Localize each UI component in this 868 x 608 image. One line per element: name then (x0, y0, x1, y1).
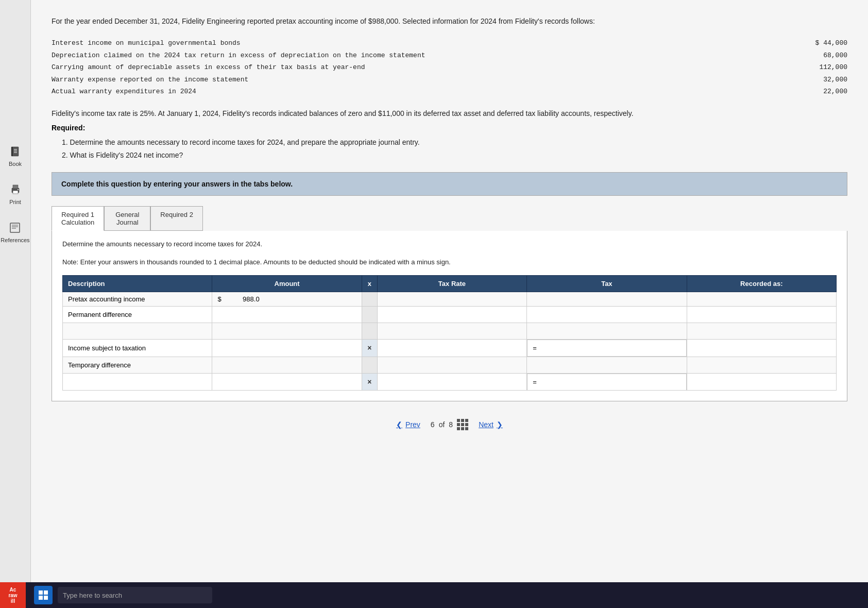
table-row (63, 323, 837, 339)
row2-taxrate (377, 306, 526, 323)
svg-rect-6 (13, 185, 18, 189)
svg-rect-16 (44, 596, 48, 600)
row4-recorded[interactable] (687, 339, 836, 357)
data-value-1: 68,000 (796, 49, 847, 61)
tab-req1calc[interactable]: Required 1 Calculation (52, 206, 104, 231)
row6-eq-sign: = (533, 378, 537, 386)
sidebar-item-print[interactable]: Print (8, 182, 23, 205)
svg-rect-7 (13, 191, 18, 194)
sidebar-references-label: References (1, 237, 29, 243)
row2-description: Permanent difference (63, 306, 212, 323)
row6-taxrate-input[interactable] (383, 377, 521, 386)
table-row: Income subject to taxation × = (63, 339, 837, 357)
row6-recorded[interactable] (687, 373, 836, 391)
mc-text-raw: raw (8, 593, 17, 598)
row6-amount[interactable] (212, 373, 362, 391)
next-arrow-icon: ❯ (497, 420, 503, 429)
row6-eq-tax: = (527, 374, 686, 391)
row5-taxrate (377, 357, 526, 373)
row1-description: Pretax accounting income (63, 292, 212, 306)
row2-amount[interactable] (212, 306, 362, 323)
row1-amount-value: 988.0 (224, 295, 260, 303)
row1-recorded (687, 292, 836, 306)
main-content: For the year ended December 31, 2024, Fi… (31, 0, 868, 608)
row6-desc-input[interactable] (68, 377, 207, 386)
row1-dollar-sign: $ (217, 295, 221, 303)
data-item-0: Interest income on municipal governmenta… (52, 37, 426, 49)
page-total: 8 (449, 420, 453, 429)
data-value-2: 112,000 (796, 61, 847, 73)
tab-general-journal[interactable]: General Journal (104, 206, 150, 231)
instruction-box: Complete this question by entering your … (52, 172, 847, 196)
row4-amount-input[interactable] (217, 343, 356, 353)
row3-recorded (687, 323, 836, 339)
instruction-text: Complete this question by entering your … (61, 180, 293, 188)
row3-tax (527, 323, 687, 339)
row5-description: Temporary difference (63, 357, 212, 373)
col-header-recorded: Recorded as: (687, 275, 836, 292)
svg-rect-13 (39, 590, 43, 595)
tab-genjournal-line1: General (114, 211, 141, 218)
row6-recorded-input[interactable] (692, 377, 831, 386)
row6-description (63, 373, 212, 391)
row3-taxrate (377, 323, 526, 339)
row1-taxrate (377, 292, 526, 306)
data-item-1: Depreciation claimed on the 2024 tax ret… (52, 49, 426, 61)
row2-recorded (687, 306, 836, 323)
required-heading: Required: (52, 124, 847, 132)
row3-amount-input[interactable] (217, 326, 356, 336)
data-item-3: Warranty expense reported on the income … (52, 74, 426, 86)
col-header-x: x (362, 275, 377, 292)
svg-point-8 (18, 189, 19, 190)
grid-icon[interactable] (457, 419, 468, 430)
col-header-tax: Tax (527, 275, 687, 292)
problem-intro: For the year ended December 31, 2024, Fi… (52, 15, 847, 27)
prev-button[interactable]: ❮ Prev (396, 420, 420, 429)
sidebar: Book Print References (0, 0, 31, 608)
data-item-4: Actual warranty expenditures in 2024 (52, 86, 426, 97)
page-separator: of (439, 420, 445, 429)
sidebar-item-book[interactable]: Book (8, 144, 23, 167)
row6-tax-input[interactable] (539, 377, 681, 387)
sidebar-item-references[interactable]: References (1, 221, 29, 243)
svg-rect-15 (39, 596, 43, 600)
prev-label: Prev (405, 420, 420, 429)
sidebar-print-label: Print (9, 199, 21, 205)
row4-taxrate-input[interactable] (383, 343, 521, 353)
row5-amount[interactable] (212, 357, 362, 373)
tab-panel: Determine the amounts necessary to recor… (52, 231, 847, 401)
table-row: Permanent difference (63, 306, 837, 323)
next-button[interactable]: Next ❯ (479, 420, 503, 429)
data-value-4: 22,000 (796, 86, 847, 97)
row4-recorded-input[interactable] (692, 343, 831, 353)
page-current: 6 (431, 420, 435, 429)
taskbar-search[interactable]: Type here to search (58, 587, 212, 603)
tax-info: Fidelity's income tax rate is 25%. At Ja… (52, 108, 847, 119)
row2-amount-input[interactable] (217, 310, 356, 319)
row5-recorded (687, 357, 836, 373)
row6-taxrate[interactable] (377, 373, 526, 391)
required-item-1: 1. Determine the amounts necessary to re… (62, 136, 847, 149)
row5-amount-input[interactable] (217, 360, 356, 370)
mc-logo: Ac raw ill (0, 582, 26, 608)
row4-tax-input[interactable] (539, 343, 681, 353)
taskbar-windows-icon[interactable] (34, 586, 53, 604)
mc-text-ill: ill (11, 598, 15, 604)
row1-op-x (362, 292, 377, 306)
col-header-amount: Amount (212, 275, 362, 292)
svg-rect-9 (10, 223, 20, 232)
row3-amount[interactable] (212, 323, 362, 339)
data-value-3: 32,000 (796, 74, 847, 86)
taskbar-search-placeholder: Type here to search (63, 592, 122, 599)
row4-taxrate[interactable] (377, 339, 526, 357)
row6-amount-input[interactable] (217, 377, 356, 386)
row4-amount[interactable] (212, 339, 362, 357)
row3-op-x (362, 323, 377, 339)
row4-description: Income subject to taxation (63, 339, 212, 357)
print-icon (8, 182, 23, 197)
tab-req2-line1: Required 2 (160, 211, 193, 218)
tab-required2[interactable]: Required 2 (150, 206, 203, 231)
row5-op-x (362, 357, 377, 373)
panel-desc-line2: Note: Enter your answers in thousands ro… (62, 257, 837, 268)
svg-rect-1 (11, 147, 13, 156)
